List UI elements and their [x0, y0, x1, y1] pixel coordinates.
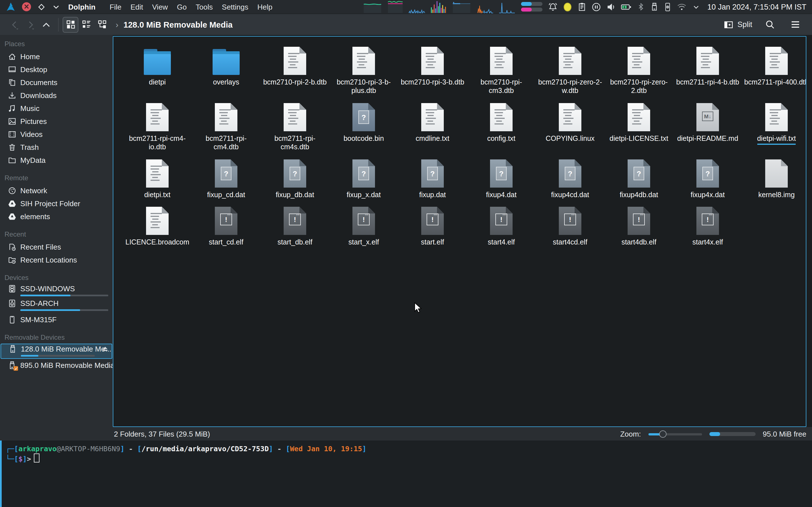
menu-tools[interactable]: Tools — [196, 3, 213, 11]
sidebar-item-music[interactable]: Music — [0, 102, 113, 115]
sidebar-item-pictures[interactable]: Pictures — [0, 115, 113, 128]
split-button[interactable]: Split — [723, 19, 752, 30]
sidebar-item-home[interactable]: Home — [0, 50, 113, 63]
file-item-bcm2710-rpi-zero-2-dtb[interactable]: bcm2710-rpi-zero-2.dtb — [605, 46, 673, 102]
wifi-icon[interactable] — [677, 2, 687, 11]
color-sliders-widget[interactable] — [521, 1, 543, 13]
file-item-bcm2710-rpi-3-b-dtb[interactable]: bcm2710-rpi-3-b.dtb — [398, 46, 467, 102]
menu-go[interactable]: Go — [177, 3, 187, 11]
terminal[interactable]: ┌─[arkapravo@ARKTOP-M6HB6N9] - [/run/med… — [0, 441, 812, 507]
notifications-bell-icon[interactable] — [548, 2, 558, 11]
sidebar-item-895-0-mib-removable-media[interactable]: 895.0 MiB Removable Media — [0, 359, 113, 372]
file-item-fixup4x-dat[interactable]: ?fixup4x.dat — [673, 158, 742, 206]
file-item-bcm2710-rpi-zero-2-w-dtb[interactable]: bcm2710-rpi-zero-2-w.dtb — [536, 46, 605, 102]
clipboard-icon[interactable] — [578, 2, 587, 11]
menu-edit[interactable]: Edit — [131, 3, 143, 11]
cpu-history-graph[interactable] — [363, 0, 383, 13]
arch-linux-logo-icon[interactable] — [6, 2, 16, 12]
sidebar-item-videos[interactable]: Videos — [0, 128, 113, 141]
file-item-fixup-cd-dat[interactable]: ?fixup_cd.dat — [192, 158, 260, 206]
media-pause-icon[interactable] — [592, 2, 601, 11]
file-item-bcm2710-rpi-3-b-plus-dtb[interactable]: bcm2710-rpi-3-b-plus.dtb — [329, 46, 398, 102]
file-item-bcm2711-rpi-cm4-io-dtb[interactable]: bcm2711-rpi-cm4-io.dtb — [123, 102, 192, 158]
io-history-graph[interactable] — [499, 0, 516, 13]
sidebar-item-downloads[interactable]: Downloads — [0, 89, 113, 102]
details-view-button[interactable] — [79, 17, 94, 33]
sidebar-item-elements[interactable]: elements — [0, 210, 113, 223]
forward-button[interactable] — [22, 17, 38, 33]
hamburger-menu-icon[interactable] — [787, 17, 803, 33]
file-item-bcm2711-rpi-cm4-dtb[interactable]: bcm2711-rpi-cm4.dtb — [192, 102, 260, 158]
sidebar-item-trash[interactable]: Trash — [0, 141, 113, 154]
sidebar-item-network[interactable]: Network — [0, 184, 113, 197]
minimize-chevron-button[interactable] — [52, 3, 60, 11]
menu-help[interactable]: Help — [257, 3, 273, 11]
file-item-dietpi-txt[interactable]: dietpi.txt — [123, 158, 192, 206]
file-item-start4-elf[interactable]: •••!start4.elf — [467, 206, 536, 255]
search-icon[interactable] — [762, 17, 777, 33]
file-item-start4x-elf[interactable]: •••!start4x.elf — [673, 206, 742, 255]
network-speed-graph[interactable] — [477, 0, 494, 13]
file-item-start-x-elf[interactable]: •••!start_x.elf — [329, 206, 398, 255]
file-item-config-txt[interactable]: config.txt — [467, 102, 536, 158]
icons-view-button[interactable] — [63, 17, 79, 33]
eject-button[interactable] — [101, 345, 109, 352]
file-view[interactable]: dietpioverlaysbcm2710-rpi-2-b.dtbbcm2710… — [113, 36, 806, 427]
file-item-bcm2711-rpi-400-dtb[interactable]: bcm2711-rpi-400.dtb — [742, 46, 806, 102]
breadcrumb-location[interactable]: 128.0 MiB Removable Media — [123, 20, 233, 29]
file-item-start-cd-elf[interactable]: •••!start_cd.elf — [192, 206, 260, 255]
phone-icon[interactable] — [664, 2, 672, 11]
usb-device-icon[interactable] — [651, 2, 659, 11]
file-item-dietpi-license-txt[interactable]: dietpi-LICENSE.txt — [605, 102, 673, 158]
clock[interactable]: 10 Jan 2024, 7:15:04 PM IST — [707, 3, 806, 11]
sidebar-item-ssd-windows[interactable]: SSD-WINDOWS — [0, 284, 113, 298]
network-history-graph[interactable] — [409, 0, 425, 13]
file-item-start-elf[interactable]: •••!start.elf — [398, 206, 467, 255]
maximize-diamond-button[interactable] — [37, 3, 46, 11]
zoom-slider-handle[interactable] — [659, 430, 667, 438]
file-item-dietpi-wifi-txt[interactable]: dietpi-wifi.txt — [742, 102, 806, 158]
file-item-start4db-elf[interactable]: •••!start4db.elf — [605, 206, 673, 255]
sidebar-item-mydata[interactable]: MyData — [0, 154, 113, 167]
zoom-slider[interactable] — [648, 430, 702, 438]
back-button[interactable] — [7, 17, 22, 33]
file-item-dietpi-readme-md[interactable]: M↓dietpi-README.md — [673, 102, 742, 158]
sidebar-item-documents[interactable]: Documents — [0, 76, 113, 89]
sidebar-item-recent-locations[interactable]: Recent Locations — [0, 253, 113, 267]
night-color-icon[interactable] — [563, 2, 573, 11]
tree-view-button[interactable] — [94, 17, 110, 33]
disk-history-graph[interactable] — [453, 0, 472, 13]
volume-icon[interactable] — [606, 2, 616, 11]
menu-settings[interactable]: Settings — [222, 3, 248, 11]
file-item-licence-broadcom[interactable]: LICENCE.broadcom — [123, 206, 192, 255]
cpu-cores-graph[interactable] — [430, 0, 448, 13]
file-item-bcm2711-rpi-4-b-dtb[interactable]: bcm2711-rpi-4-b.dtb — [673, 46, 742, 102]
sidebar-item-recent-files[interactable]: Recent Files — [0, 240, 113, 253]
menu-file[interactable]: File — [110, 3, 121, 11]
up-button[interactable] — [38, 17, 54, 33]
breadcrumb[interactable]: › 128.0 MiB Removable Media — [116, 20, 233, 29]
sidebar-item-sm-m315f[interactable]: SM-M315F — [0, 313, 113, 326]
file-item-dietpi[interactable]: dietpi — [123, 46, 192, 102]
file-item-kernel8-img[interactable]: kernel8.img — [742, 158, 806, 206]
file-item-bcm2710-rpi-2-b-dtb[interactable]: bcm2710-rpi-2-b.dtb — [260, 46, 329, 102]
menu-view[interactable]: View — [152, 3, 168, 11]
battery-icon[interactable] — [621, 3, 632, 11]
close-window-button[interactable]: ✕ — [22, 2, 31, 11]
expand-tray-chevron-icon[interactable] — [692, 3, 701, 11]
sidebar-item-desktop[interactable]: Desktop — [0, 63, 113, 76]
file-item-fixup-x-dat[interactable]: ?fixup_x.dat — [329, 158, 398, 206]
file-item-cmdline-txt[interactable]: cmdline.txt — [398, 102, 467, 158]
file-item-start-db-elf[interactable]: •••!start_db.elf — [260, 206, 329, 255]
bluetooth-icon[interactable] — [637, 2, 645, 11]
sidebar-item-ssd-arch[interactable]: SSD-ARCH — [0, 298, 113, 313]
file-item-bcm2710-rpi-cm3-dtb[interactable]: bcm2710-rpi-cm3.dtb — [467, 46, 536, 102]
file-item-fixup4cd-dat[interactable]: ?fixup4cd.dat — [536, 158, 605, 206]
file-item-fixup-db-dat[interactable]: ?fixup_db.dat — [260, 158, 329, 206]
file-item-overlays[interactable]: overlays — [192, 46, 260, 102]
file-item-bcm2711-rpi-cm4s-dtb[interactable]: bcm2711-rpi-cm4s.dtb — [260, 102, 329, 158]
file-item-copying-linux[interactable]: COPYING.linux — [536, 102, 605, 158]
file-item-fixup4-dat[interactable]: ?fixup4.dat — [467, 158, 536, 206]
sidebar-item-128-0-mib-removable-me-[interactable]: 128.0 MiB Removable Me... — [1, 344, 112, 359]
file-item-bootcode-bin[interactable]: ?bootcode.bin — [329, 102, 398, 158]
